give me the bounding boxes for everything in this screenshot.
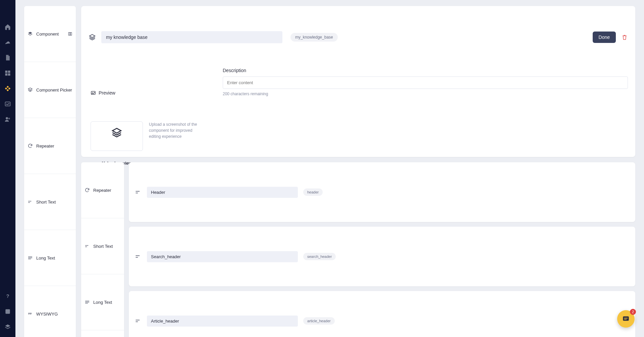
component-slug-pill: my_knowledge_base	[290, 33, 338, 42]
palette-item-label: Short Text	[36, 200, 56, 205]
layers-icon	[89, 12, 96, 62]
palette-item-long-text[interactable]: Long Text	[81, 274, 124, 330]
nav-pages-icon[interactable]	[4, 54, 11, 61]
preview-label: Preview	[91, 68, 203, 118]
field-slug-pill: article_header	[303, 317, 335, 325]
palette-item-label: Long Text	[36, 256, 55, 261]
nav-home-icon[interactable]	[4, 23, 11, 30]
done-button[interactable]: Done	[593, 32, 616, 43]
short-icon	[28, 177, 33, 227]
palette-item-short-text[interactable]: Short Text	[81, 218, 124, 274]
nav-media-icon[interactable]	[4, 101, 11, 107]
field-slug-pill: header	[303, 188, 323, 196]
long-icon	[28, 233, 33, 283]
palette-item-wysiwyg[interactable]: WYSIWYG	[81, 330, 124, 337]
nav-layers-icon[interactable]	[4, 324, 11, 330]
field-name-input[interactable]	[147, 316, 298, 327]
nav-help-icon[interactable]	[4, 293, 11, 299]
palette-header-label: Component	[36, 32, 59, 37]
palette-item-repeater[interactable]: Repeater	[24, 118, 76, 174]
palette-item-short-text[interactable]: Short Text	[24, 174, 76, 230]
delete-component-button[interactable]	[621, 12, 628, 62]
repeat-icon	[85, 165, 90, 215]
palette-item-label: Repeater	[36, 144, 54, 149]
quote-icon	[85, 333, 90, 337]
palette-item-repeater[interactable]: Repeater	[81, 162, 124, 218]
short-icon	[135, 296, 142, 337]
palette-item-wysiwyg[interactable]: WYSIWYG	[24, 286, 76, 337]
long-icon	[85, 277, 90, 327]
short-icon	[135, 167, 142, 217]
palette-item-long-text[interactable]: Long Text	[24, 230, 76, 286]
nav-analytics-icon[interactable]	[4, 39, 11, 46]
palette-item-label: Component Picker	[36, 88, 72, 93]
quote-icon	[28, 289, 33, 337]
field-slug-pill: search_header	[303, 253, 336, 260]
layers-icon	[28, 9, 33, 59]
description-input[interactable]	[223, 76, 628, 89]
nav-users-icon[interactable]	[4, 116, 11, 123]
image-icon	[91, 68, 96, 118]
field-name-input[interactable]	[147, 187, 298, 198]
nav-components-icon[interactable]	[4, 85, 11, 92]
layers-icon	[111, 107, 122, 158]
picker-icon	[28, 65, 33, 115]
palette-item-component-picker[interactable]: Component Picker	[24, 62, 76, 118]
description-label: Description	[223, 68, 628, 73]
component-header-card: my_knowledge_base Done Preview	[81, 6, 635, 157]
chat-badge: 2	[630, 309, 636, 315]
repeat-icon	[28, 121, 33, 171]
chat-fab[interactable]: 2	[617, 310, 635, 328]
nav-rail	[0, 0, 15, 337]
upload-preview-button[interactable]: Upload preview	[91, 121, 143, 151]
upload-hint-text: Upload a screenshot of the component for…	[149, 121, 203, 139]
field-row-header[interactable]: header	[129, 162, 635, 222]
chars-remaining-text: 200 characters remaining	[223, 92, 628, 96]
field-name-input[interactable]	[147, 251, 298, 262]
book-icon	[68, 9, 72, 59]
field-palette-secondary: Repeater Short Text Long Text WYSIWYG Re…	[81, 162, 124, 337]
field-row-search_header[interactable]: search_header	[129, 227, 635, 286]
nav-grid-icon[interactable]	[4, 70, 11, 76]
palette-header[interactable]: Component	[24, 6, 76, 62]
component-title-input[interactable]	[101, 31, 282, 43]
chat-icon	[622, 293, 630, 337]
palette-item-label: Long Text	[93, 300, 112, 305]
palette-item-label: Short Text	[93, 244, 113, 249]
short-icon	[85, 221, 90, 271]
nav-docs-icon[interactable]	[4, 308, 11, 315]
palette-item-label: WYSIWYG	[36, 312, 58, 317]
field-row-article_header[interactable]: article_header	[129, 291, 635, 337]
field-palette-primary: Component Component Picker Repeater Shor…	[24, 6, 76, 337]
short-icon	[135, 231, 142, 282]
palette-item-label: Repeater	[93, 188, 111, 193]
